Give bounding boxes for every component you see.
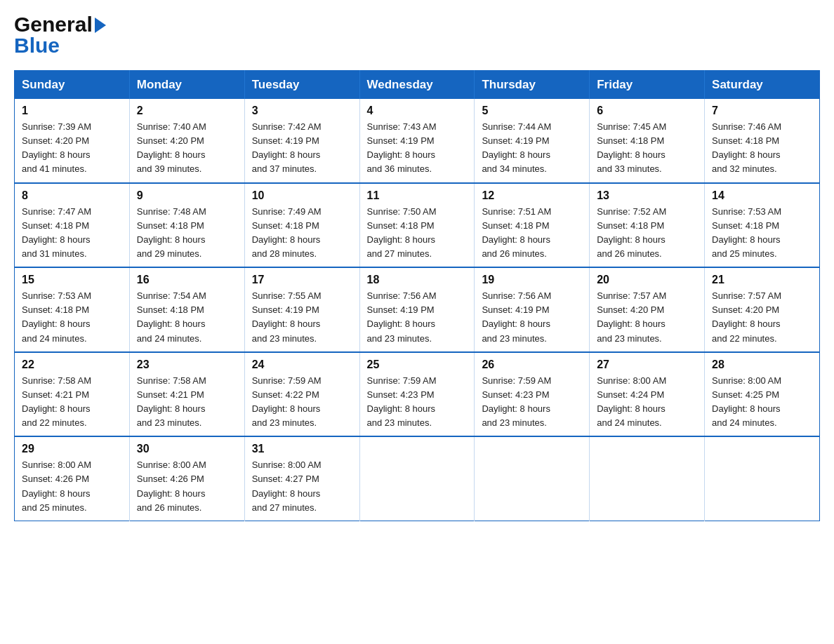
day-cell: 13 Sunrise: 7:52 AM Sunset: 4:18 PM Dayl… (590, 183, 705, 268)
day-number: 23 (137, 358, 237, 371)
day-cell: 4 Sunrise: 7:43 AM Sunset: 4:19 PM Dayli… (359, 99, 475, 183)
day-info: Sunrise: 7:45 AM Sunset: 4:18 PM Dayligh… (597, 120, 697, 177)
column-header-wednesday: Wednesday (359, 71, 475, 100)
day-cell: 25 Sunrise: 7:59 AM Sunset: 4:23 PM Dayl… (359, 352, 475, 437)
day-number: 15 (22, 274, 122, 286)
day-info: Sunrise: 8:00 AM Sunset: 4:26 PM Dayligh… (22, 458, 122, 515)
day-info: Sunrise: 7:43 AM Sunset: 4:19 PM Dayligh… (367, 120, 468, 177)
day-cell: 26 Sunrise: 7:59 AM Sunset: 4:23 PM Dayl… (475, 352, 590, 437)
day-number: 1 (22, 105, 122, 117)
day-info: Sunrise: 8:00 AM Sunset: 4:27 PM Dayligh… (252, 458, 352, 515)
day-info: Sunrise: 7:57 AM Sunset: 4:20 PM Dayligh… (712, 289, 812, 346)
day-number: 3 (252, 105, 352, 117)
day-info: Sunrise: 7:53 AM Sunset: 4:18 PM Dayligh… (712, 205, 812, 262)
day-number: 11 (367, 189, 468, 202)
day-number: 4 (367, 105, 468, 117)
day-info: Sunrise: 7:53 AM Sunset: 4:18 PM Dayligh… (22, 289, 122, 346)
day-cell: 24 Sunrise: 7:59 AM Sunset: 4:22 PM Dayl… (244, 352, 359, 437)
day-cell: 14 Sunrise: 7:53 AM Sunset: 4:18 PM Dayl… (705, 183, 820, 268)
day-info: Sunrise: 7:50 AM Sunset: 4:18 PM Dayligh… (367, 205, 468, 262)
day-number: 19 (482, 274, 582, 286)
day-number: 2 (137, 105, 237, 117)
day-number: 29 (22, 443, 122, 455)
day-cell: 27 Sunrise: 8:00 AM Sunset: 4:24 PM Dayl… (590, 352, 705, 437)
day-number: 24 (252, 358, 352, 371)
day-info: Sunrise: 7:39 AM Sunset: 4:20 PM Dayligh… (22, 120, 122, 177)
column-header-friday: Friday (590, 71, 705, 100)
day-cell: 8 Sunrise: 7:47 AM Sunset: 4:18 PM Dayli… (15, 183, 130, 268)
day-info: Sunrise: 7:48 AM Sunset: 4:18 PM Dayligh… (137, 205, 237, 262)
day-number: 25 (367, 358, 468, 371)
day-cell: 11 Sunrise: 7:50 AM Sunset: 4:18 PM Dayl… (359, 183, 475, 268)
day-info: Sunrise: 7:59 AM Sunset: 4:22 PM Dayligh… (252, 374, 352, 431)
week-row-2: 8 Sunrise: 7:47 AM Sunset: 4:18 PM Dayli… (15, 183, 820, 268)
day-number: 20 (597, 274, 697, 286)
day-cell: 2 Sunrise: 7:40 AM Sunset: 4:20 PM Dayli… (129, 99, 244, 183)
day-cell: 15 Sunrise: 7:53 AM Sunset: 4:18 PM Dayl… (15, 267, 130, 352)
day-info: Sunrise: 7:55 AM Sunset: 4:19 PM Dayligh… (252, 289, 352, 346)
day-number: 6 (597, 105, 697, 117)
day-cell: 30 Sunrise: 8:00 AM Sunset: 4:26 PM Dayl… (129, 436, 244, 521)
week-row-4: 22 Sunrise: 7:58 AM Sunset: 4:21 PM Dayl… (15, 352, 820, 437)
day-number: 26 (482, 358, 582, 371)
day-info: Sunrise: 7:54 AM Sunset: 4:18 PM Dayligh… (137, 289, 237, 346)
day-info: Sunrise: 7:44 AM Sunset: 4:19 PM Dayligh… (482, 120, 582, 177)
day-cell: 1 Sunrise: 7:39 AM Sunset: 4:20 PM Dayli… (15, 99, 130, 183)
day-cell: 7 Sunrise: 7:46 AM Sunset: 4:18 PM Dayli… (705, 99, 820, 183)
day-info: Sunrise: 8:00 AM Sunset: 4:26 PM Dayligh… (137, 458, 237, 515)
column-header-thursday: Thursday (475, 71, 590, 100)
day-cell (475, 436, 590, 521)
day-info: Sunrise: 7:51 AM Sunset: 4:18 PM Dayligh… (482, 205, 582, 262)
day-cell: 3 Sunrise: 7:42 AM Sunset: 4:19 PM Dayli… (244, 99, 359, 183)
day-info: Sunrise: 7:42 AM Sunset: 4:19 PM Dayligh… (252, 120, 352, 177)
calendar-table: SundayMondayTuesdayWednesdayThursdayFrid… (14, 70, 820, 521)
day-number: 10 (252, 189, 352, 202)
day-cell: 28 Sunrise: 8:00 AM Sunset: 4:25 PM Dayl… (705, 352, 820, 437)
day-number: 5 (482, 105, 582, 117)
day-info: Sunrise: 7:56 AM Sunset: 4:19 PM Dayligh… (367, 289, 468, 346)
column-header-tuesday: Tuesday (244, 71, 359, 100)
day-number: 21 (712, 274, 812, 286)
day-info: Sunrise: 7:58 AM Sunset: 4:21 PM Dayligh… (22, 374, 122, 431)
day-cell: 20 Sunrise: 7:57 AM Sunset: 4:20 PM Dayl… (590, 267, 705, 352)
day-cell: 19 Sunrise: 7:56 AM Sunset: 4:19 PM Dayl… (475, 267, 590, 352)
day-cell: 6 Sunrise: 7:45 AM Sunset: 4:18 PM Dayli… (590, 99, 705, 183)
day-cell: 23 Sunrise: 7:58 AM Sunset: 4:21 PM Dayl… (129, 352, 244, 437)
day-cell: 31 Sunrise: 8:00 AM Sunset: 4:27 PM Dayl… (244, 436, 359, 521)
column-header-monday: Monday (129, 71, 244, 100)
day-cell (590, 436, 705, 521)
day-cell: 10 Sunrise: 7:49 AM Sunset: 4:18 PM Dayl… (244, 183, 359, 268)
day-number: 27 (597, 358, 697, 371)
day-info: Sunrise: 7:47 AM Sunset: 4:18 PM Dayligh… (22, 205, 122, 262)
logo-arrow-icon (95, 18, 106, 33)
day-number: 9 (137, 189, 237, 202)
week-row-1: 1 Sunrise: 7:39 AM Sunset: 4:20 PM Dayli… (15, 99, 820, 183)
day-number: 13 (597, 189, 697, 202)
day-cell (705, 436, 820, 521)
week-row-3: 15 Sunrise: 7:53 AM Sunset: 4:18 PM Dayl… (15, 267, 820, 352)
day-number: 31 (252, 443, 352, 455)
day-cell: 9 Sunrise: 7:48 AM Sunset: 4:18 PM Dayli… (129, 183, 244, 268)
day-number: 7 (712, 105, 812, 117)
day-info: Sunrise: 7:57 AM Sunset: 4:20 PM Dayligh… (597, 289, 697, 346)
day-cell: 22 Sunrise: 7:58 AM Sunset: 4:21 PM Dayl… (15, 352, 130, 437)
day-number: 30 (137, 443, 237, 455)
day-number: 18 (367, 274, 468, 286)
day-info: Sunrise: 7:40 AM Sunset: 4:20 PM Dayligh… (137, 120, 237, 177)
day-number: 17 (252, 274, 352, 286)
day-number: 28 (712, 358, 812, 371)
page-header: General Blue (14, 14, 820, 56)
day-cell: 12 Sunrise: 7:51 AM Sunset: 4:18 PM Dayl… (475, 183, 590, 268)
day-info: Sunrise: 7:59 AM Sunset: 4:23 PM Dayligh… (482, 374, 582, 431)
column-header-saturday: Saturday (705, 71, 820, 100)
day-cell: 17 Sunrise: 7:55 AM Sunset: 4:19 PM Dayl… (244, 267, 359, 352)
day-cell: 16 Sunrise: 7:54 AM Sunset: 4:18 PM Dayl… (129, 267, 244, 352)
day-cell: 5 Sunrise: 7:44 AM Sunset: 4:19 PM Dayli… (475, 99, 590, 183)
day-cell (359, 436, 475, 521)
day-cell: 18 Sunrise: 7:56 AM Sunset: 4:19 PM Dayl… (359, 267, 475, 352)
day-info: Sunrise: 7:56 AM Sunset: 4:19 PM Dayligh… (482, 289, 582, 346)
logo-general-text: General (14, 14, 93, 35)
logo-blue-text: Blue (14, 34, 60, 57)
day-info: Sunrise: 8:00 AM Sunset: 4:24 PM Dayligh… (597, 374, 697, 431)
day-number: 8 (22, 189, 122, 202)
